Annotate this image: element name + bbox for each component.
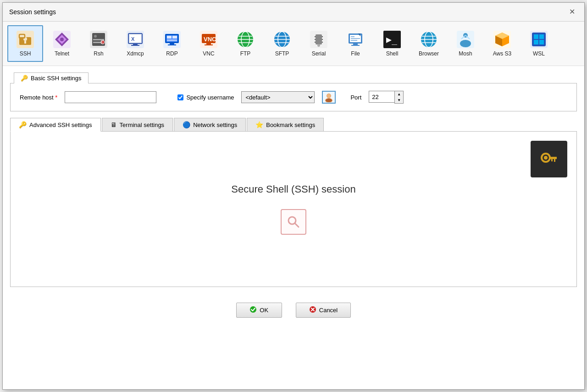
cancel-icon <box>309 306 316 315</box>
basic-settings-tab-label: Basic SSH settings <box>31 75 82 82</box>
svg-point-90 <box>544 156 548 160</box>
svg-rect-20 <box>133 44 138 45</box>
port-label: Port <box>350 94 361 101</box>
svg-rect-29 <box>167 39 177 41</box>
close-button[interactable]: ✕ <box>566 7 578 17</box>
tab-bookmark[interactable]: ⭐ Bookmark settings <box>247 118 324 131</box>
ok-button[interactable]: OK <box>236 303 282 318</box>
port-spinners: ▲ ▼ <box>394 91 404 104</box>
svg-rect-57 <box>353 44 358 45</box>
svg-text:!: ! <box>101 41 102 44</box>
rsh-icon: ! <box>89 30 108 49</box>
svg-rect-83 <box>539 40 544 44</box>
port-down-button[interactable]: ▼ <box>395 97 403 103</box>
port-input[interactable] <box>369 91 394 103</box>
ssh-key-decoration <box>531 141 567 177</box>
xdmcp-icon: X <box>126 30 144 49</box>
svg-rect-33 <box>206 43 211 44</box>
protocol-telnet[interactable]: Telnet <box>44 25 80 62</box>
specify-username-checkbox[interactable] <box>177 94 183 100</box>
telnet-label: Telnet <box>55 50 69 57</box>
port-up-button[interactable]: ▲ <box>395 91 403 97</box>
protocol-mosh[interactable]: Mosh <box>448 25 483 62</box>
ssh-session-info: Secure Shell (SSH) session <box>231 183 355 235</box>
file-label: File <box>351 50 360 57</box>
svg-rect-27 <box>167 36 172 39</box>
svg-rect-58 <box>351 45 360 46</box>
protocol-bar: SSH Telnet <box>3 22 584 66</box>
terminal-label: Terminal settings <box>120 121 165 128</box>
bookmark-label: Bookmark settings <box>266 121 315 128</box>
user-select-button[interactable] <box>322 91 336 104</box>
network-icon: 🔵 <box>183 121 190 128</box>
rdp-label: RDP <box>166 50 177 57</box>
mosh-icon <box>456 30 475 49</box>
telnet-icon <box>53 30 71 49</box>
rsh-label: Rsh <box>94 50 103 57</box>
svg-rect-61 <box>351 40 357 41</box>
dialog-footer: OK Cancel <box>3 293 584 327</box>
protocol-vnc[interactable]: VNC VNC <box>191 25 227 62</box>
svg-point-11 <box>94 35 97 38</box>
protocol-rdp[interactable]: RDP <box>154 25 190 62</box>
svg-rect-46 <box>316 34 322 44</box>
basic-settings-group: Remote host * Specify username <default>… <box>10 83 577 111</box>
protocol-awss3[interactable]: Aws S3 <box>484 25 520 62</box>
port-input-group: ▲ ▼ <box>369 91 404 104</box>
svg-point-71 <box>460 40 471 47</box>
svg-point-8 <box>60 38 64 41</box>
ssh-icon <box>16 30 34 49</box>
protocol-ftp[interactable]: FTP <box>227 25 263 62</box>
ssh-session-title: Secure Shell (SSH) session <box>231 183 355 195</box>
ssh-label: SSH <box>20 50 31 57</box>
vnc-label: VNC <box>203 50 214 57</box>
xdmcp-label: Xdmcp <box>127 50 144 57</box>
protocol-xdmcp[interactable]: X Xdmcp <box>117 25 153 62</box>
cancel-button[interactable]: Cancel <box>296 303 351 318</box>
browser-icon <box>420 30 438 49</box>
svg-line-95 <box>295 223 299 227</box>
ok-icon <box>249 306 257 315</box>
remote-host-label: Remote host * <box>20 94 57 101</box>
title-bar: Session settings ✕ <box>3 3 584 22</box>
protocol-rsh[interactable]: ! Rsh <box>81 25 116 62</box>
wsl-icon <box>530 30 548 49</box>
terminal-icon: 🖥 <box>111 121 117 128</box>
tab-advanced-ssh[interactable]: 🔑 Advanced SSH settings <box>10 118 101 132</box>
specify-username-label: Specify username <box>186 94 234 101</box>
remote-host-input[interactable] <box>65 91 156 103</box>
tab-terminal[interactable]: 🖥 Terminal settings <box>102 118 173 131</box>
bookmark-icon: ⭐ <box>255 121 263 128</box>
network-label: Network settings <box>193 121 237 128</box>
tab-network[interactable]: 🔵 Network settings <box>174 118 246 131</box>
dialog-title: Session settings <box>9 8 56 16</box>
protocol-ssh[interactable]: SSH <box>7 25 43 62</box>
content-area: 🔑 Basic SSH settings Remote host * <box>3 66 584 293</box>
required-star: * <box>55 94 57 101</box>
search-placeholder-icon <box>281 209 306 235</box>
mosh-label: Mosh <box>459 50 472 57</box>
svg-rect-82 <box>534 40 538 44</box>
ok-label: OK <box>260 307 268 314</box>
svg-text:X: X <box>131 36 135 42</box>
basic-settings-section: 🔑 Basic SSH settings Remote host * <box>10 72 577 111</box>
svg-rect-26 <box>168 44 176 45</box>
protocol-shell[interactable]: ▶_ Shell <box>374 25 410 62</box>
username-select[interactable]: <default> root admin user <box>241 91 315 103</box>
protocol-wsl[interactable]: WSL <box>521 25 557 62</box>
sftp-label: SFTP <box>275 50 289 57</box>
svg-rect-28 <box>172 36 177 39</box>
svg-text:▶_: ▶_ <box>386 34 398 45</box>
serial-icon <box>310 30 328 49</box>
protocol-serial[interactable]: Serial <box>301 25 337 62</box>
protocol-sftp[interactable]: SFTP <box>264 25 300 62</box>
svg-rect-60 <box>351 38 360 39</box>
protocol-file[interactable]: File <box>338 25 373 62</box>
svg-rect-93 <box>551 159 553 161</box>
browser-label: Browser <box>419 50 439 57</box>
svg-point-87 <box>326 99 332 102</box>
protocol-browser[interactable]: Browser <box>411 25 447 62</box>
basic-settings-tab: 🔑 Basic SSH settings <box>14 72 89 83</box>
awss3-icon <box>493 30 511 49</box>
shell-icon: ▶_ <box>383 30 401 49</box>
